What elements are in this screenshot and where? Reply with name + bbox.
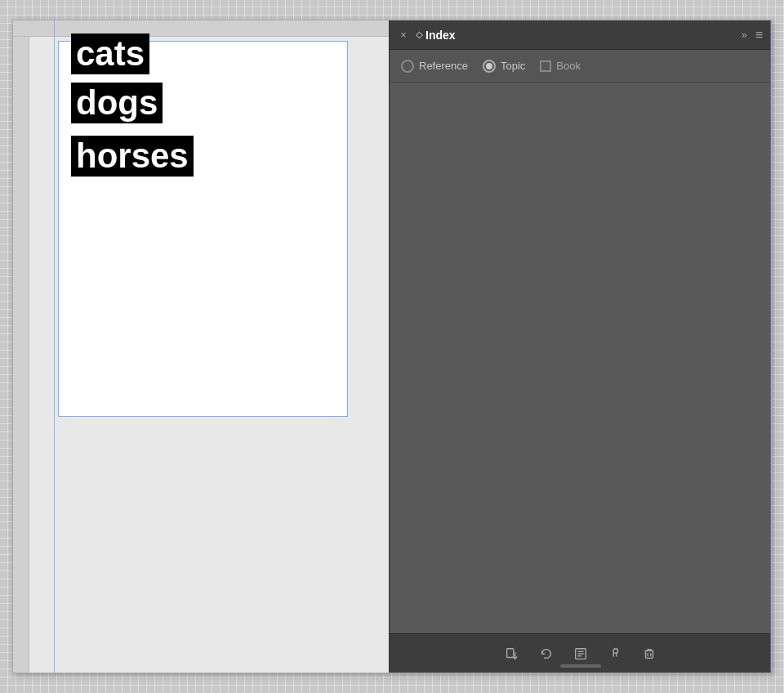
panel-titlebar: × ◇ Index » ≡ xyxy=(390,20,771,50)
import-reference-button[interactable] xyxy=(501,642,523,665)
panel-menu-button[interactable]: ≡ xyxy=(755,29,763,42)
guide-line-left xyxy=(54,20,55,673)
collapse-button[interactable]: » xyxy=(742,29,747,41)
topic-radio-circle xyxy=(483,60,496,73)
topic-label: Topic xyxy=(501,60,525,72)
mark-icon xyxy=(608,646,622,661)
edit-button[interactable] xyxy=(569,642,592,665)
titlebar-left: × ◇ Index xyxy=(398,29,456,42)
topic-radio[interactable]: Topic xyxy=(483,60,525,73)
document-page: cats dogs horses xyxy=(58,41,348,417)
canvas-area: cats dogs horses xyxy=(13,20,389,673)
app-window: cats dogs horses × ◇ Index xyxy=(12,20,772,673)
panel-title: ◇ Index xyxy=(416,29,456,42)
index-panel: × ◇ Index » ≡ Reference xyxy=(389,20,771,673)
filter-row: Reference Topic Book xyxy=(390,50,771,83)
text-block-horses: horses xyxy=(71,136,194,177)
svg-rect-7 xyxy=(645,651,653,658)
book-checkbox[interactable]: Book xyxy=(540,60,581,72)
close-button[interactable]: × xyxy=(398,29,409,41)
panel-content xyxy=(390,83,771,633)
text-block-cats: cats xyxy=(71,34,149,74)
refresh-icon xyxy=(539,646,554,661)
delete-button[interactable] xyxy=(638,642,661,665)
edit-icon xyxy=(573,646,588,661)
delete-icon xyxy=(642,646,657,661)
import-icon xyxy=(505,646,519,661)
svg-rect-0 xyxy=(506,648,513,657)
reference-radio[interactable]: Reference xyxy=(401,60,468,73)
index-icon: ◇ xyxy=(416,29,422,40)
text-block-dogs: dogs xyxy=(71,83,163,123)
mark-button[interactable] xyxy=(604,642,626,665)
reference-label: Reference xyxy=(419,60,468,72)
book-checkbox-box xyxy=(540,60,551,72)
vertical-guide-right xyxy=(770,20,771,673)
drag-handle xyxy=(560,664,601,668)
reference-radio-circle xyxy=(401,60,414,73)
ruler-left xyxy=(13,37,29,673)
ruler-top xyxy=(13,20,389,37)
book-label: Book xyxy=(556,60,581,72)
refresh-button[interactable] xyxy=(535,642,558,665)
